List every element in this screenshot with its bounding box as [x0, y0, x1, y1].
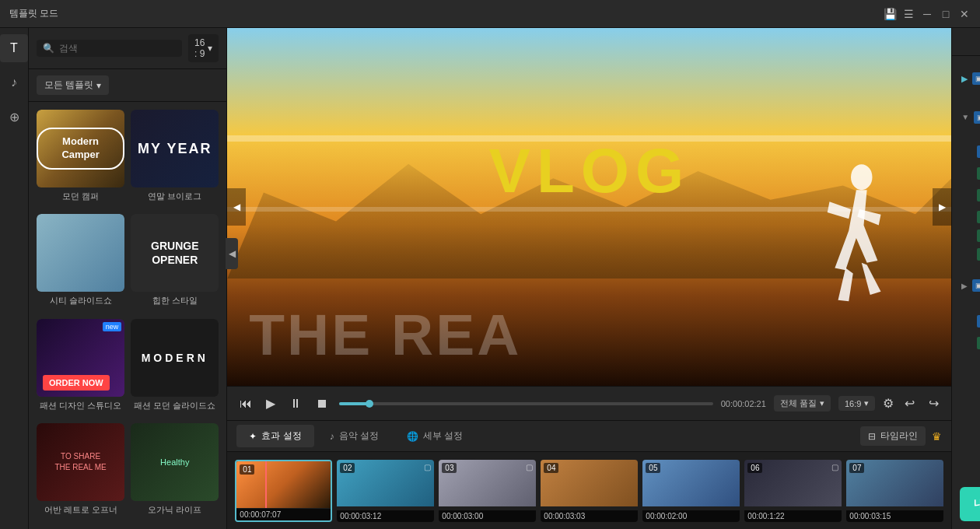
layer-base-frame[interactable]: ▶ ▣ 기본 프레임: [958, 62, 980, 95]
clip-info-3: 00:00:03:00: [439, 510, 536, 522]
quality-label: 전체 품질: [780, 398, 817, 409]
close-btn[interactable]: ✕: [958, 8, 971, 20]
search-bar: 🔍 16 : 9 ▾: [29, 28, 226, 69]
template-item-my-year[interactable]: MY YEAR 연말 브이로그: [131, 110, 219, 208]
collapse-panel-btn[interactable]: ◀: [226, 238, 238, 269]
template-label-modern-slide: 패션 모던 슬라이드쇼: [131, 400, 219, 412]
pause-btn[interactable]: ⏸: [286, 395, 305, 412]
undo-btn[interactable]: ↩: [901, 394, 918, 412]
layer-item-element1-g1[interactable]: ▣ Element 1: [958, 139, 980, 164]
add-tool-btn[interactable]: ⊕: [0, 103, 28, 131]
layer-item-hey[interactable]: T HEY !: [958, 334, 980, 352]
ratio-control-label: 16:9: [845, 399, 861, 408]
layer-group-1-header[interactable]: ▼ ▣ Real Me P...e 05 공유하기: [958, 96, 980, 138]
progress-bar[interactable]: [339, 402, 712, 405]
timeline-clip-6[interactable]: 06 ▢ 00:00:1:22: [744, 460, 842, 522]
menu-btn[interactable]: ☰: [902, 8, 915, 20]
clip-info-6: 00:00:1:22: [744, 510, 842, 522]
ratio-selector[interactable]: 16 : 9 ▾: [188, 34, 219, 62]
clip-num-2: 02: [340, 463, 355, 473]
layer-section: ▶ ▣ 기본 프레임 ▼ ▣ Real Me P...e 05 공유하기 ▣ E…: [952, 56, 980, 479]
timeline-clip-5[interactable]: 05 00:00:02:00: [642, 460, 740, 522]
timeline-clip-7[interactable]: 07 00:00:03:15: [846, 460, 943, 522]
timeline-strip: 01 00:00:07:07 02 ▢ 00:00:03:12 03: [227, 451, 951, 529]
element1-icon: ▣: [977, 145, 980, 158]
template-label-my-year: 연말 브이로그: [131, 191, 219, 202]
clip-thumb-1: 01: [236, 461, 331, 508]
search-input-wrap[interactable]: 🔍: [37, 40, 182, 57]
layer-item-element1-g2[interactable]: ▣ Element 1: [958, 309, 980, 334]
video-controls: ⏮ ▶ ⏸ ⏹ 00:00:02:21 전체 품질 ▾ 16:9 ▾ ⚙ ↩ ↪: [227, 386, 951, 420]
clip-num-4: 04: [544, 463, 558, 473]
export-button[interactable]: 내보내기: [960, 487, 980, 521]
quality-chevron-icon: ▾: [820, 398, 824, 408]
effects-icon: ✦: [249, 431, 257, 442]
play-btn[interactable]: ▶: [263, 394, 278, 412]
progress-handle: [366, 400, 373, 408]
tab-bar: ✦ 효과 설정 ♪ 음악 설정 🌐 세부 설정 ⊟ 타임라인 ♛: [227, 420, 951, 451]
left-toolbar: T ♪ ⊕: [0, 28, 29, 529]
redo-btn[interactable]: ↪: [926, 394, 942, 412]
tab-music-label: 음악 설정: [339, 429, 379, 443]
template-label-modern-camper: 모던 캠퍼: [37, 191, 124, 202]
template-item-modern-camper[interactable]: Modern Camper 모던 캠퍼: [37, 110, 124, 208]
template-thumb-modern-slide: MODERN: [131, 319, 219, 397]
step-back-btn[interactable]: ⏮: [236, 395, 255, 412]
save-window-btn[interactable]: 💾: [884, 8, 896, 20]
layer-item-me[interactable]: T ME: [958, 164, 980, 183]
timeline-clip-4[interactable]: 04 00:00:03:03: [541, 460, 638, 522]
tab-music[interactable]: ♪ 음악 설정: [317, 425, 391, 447]
clip-thumb-6: 06 ▢: [744, 460, 842, 506]
layer-group-2-header[interactable]: ▶ ▣ Real Me ...1을 공유하려면: [958, 264, 980, 307]
maximize-btn[interactable]: □: [940, 8, 952, 20]
template-thumb-retro: TO SHARETHE REAL ME: [37, 423, 124, 501]
group2-icon: ▣: [972, 279, 980, 292]
quality-selector[interactable]: 전체 품질 ▾: [774, 395, 831, 412]
timeline-clip-3[interactable]: 03 ▢ 00:00:03:00: [439, 460, 536, 522]
timeline-clip-1[interactable]: 01 00:00:07:07: [235, 460, 332, 522]
text-icon: T: [10, 41, 18, 55]
chevron-down-icon-1: ▼: [961, 113, 969, 121]
layer-item-the-real[interactable]: T THE REAL: [958, 183, 980, 208]
center-area: ◀ VLOG THE REA: [227, 28, 951, 529]
template-item-city-slide[interactable]: 시티 슬라이드쇼: [37, 214, 124, 312]
minimize-btn[interactable]: ─: [921, 8, 933, 20]
clip-info-1: 00:00:07:07: [236, 509, 331, 520]
app-title: 템플릿 모드: [9, 7, 884, 20]
me-text-icon: T: [977, 167, 980, 180]
template-item-modern-slide[interactable]: MODERN 패션 모던 슬라이드쇼: [131, 319, 219, 417]
ratio-label: 16 : 9: [194, 37, 205, 59]
share-text-icon: T: [977, 211, 980, 223]
tab-details[interactable]: 🌐 세부 설정: [394, 425, 475, 447]
window-controls: 💾 ☰ ─ □ ✕: [884, 8, 971, 20]
template-item-fashion-design[interactable]: ORDER NOW new 패션 디자인 스튜디오: [37, 319, 124, 417]
ratio-control[interactable]: 16:9 ▾: [838, 396, 875, 411]
preview-nav-left-btn[interactable]: ◀: [227, 188, 246, 226]
search-input[interactable]: [59, 43, 176, 54]
text-tool-btn[interactable]: T: [0, 34, 28, 62]
filter-all-btn[interactable]: 모든 템플릿 ▾: [37, 75, 109, 95]
settings-btn[interactable]: ⚙: [883, 396, 894, 411]
layer-item-vlog[interactable]: T VLOG: [958, 245, 980, 264]
music-icon: ♪: [11, 75, 17, 89]
preview-nav-right-btn[interactable]: ▶: [933, 188, 951, 226]
timeline-label: 타임라인: [880, 429, 918, 443]
to-text-icon: T: [977, 229, 980, 242]
stop-btn[interactable]: ⏹: [313, 395, 331, 412]
layer-item-share[interactable]: T SHARE: [958, 208, 980, 226]
base-frame-icon: ▣: [972, 72, 980, 85]
template-item-retro[interactable]: TO SHARETHE REAL ME 어반 레트로 오프너: [37, 423, 124, 521]
template-item-organic[interactable]: Healthy 오가닉 라이프: [131, 423, 219, 521]
clip-info-4: 00:00:03:03: [541, 510, 638, 522]
layer-item-to[interactable]: T TO: [958, 226, 980, 245]
right-panel: 레이어 ▶ ▣ 기본 프레임 ▼ ▣ Real Me P...e 05 공유하기…: [951, 28, 980, 529]
template-thumb-my-year: MY YEAR: [131, 110, 219, 187]
timeline-clip-2[interactable]: 02 ▢ 00:00:03:12: [337, 460, 434, 522]
music-tool-btn[interactable]: ♪: [0, 68, 28, 96]
timeline-btn[interactable]: ⊟ 타임라인: [860, 426, 926, 446]
tab-effects[interactable]: ✦ 효과 설정: [236, 425, 313, 447]
globe-icon: 🌐: [407, 431, 418, 442]
time-display: 00:00:02:21: [721, 399, 766, 408]
template-thumb-organic: Healthy: [131, 423, 219, 501]
template-item-grunge[interactable]: GRUNGEOPENER 힙한 스타일: [131, 214, 219, 312]
